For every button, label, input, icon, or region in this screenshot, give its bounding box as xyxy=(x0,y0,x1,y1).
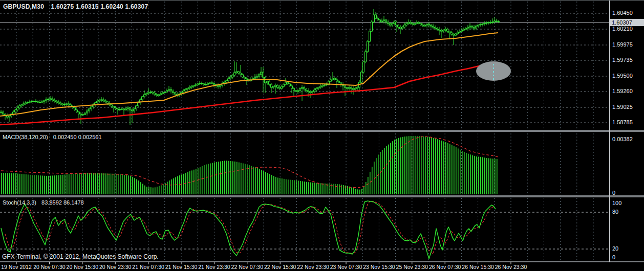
time-axis-label: 26 Nov 15:30 xyxy=(462,264,493,270)
price-axis-label: 1.59500 xyxy=(612,73,633,79)
stoch-name: Stoch(14,3,3) xyxy=(3,199,36,206)
time-axis-label: 21 Nov 15:30 xyxy=(165,264,197,270)
ma-slow-red-line xyxy=(0,62,498,125)
grid-horizontal xyxy=(0,13,609,123)
ohlc-quote-label: 1.60275 1.60315 1.60240 1.60307 xyxy=(51,3,148,10)
time-axis-label: 21 Nov 07:30 xyxy=(132,264,164,270)
time-axis-label: 22 Nov 23:30 xyxy=(297,264,329,270)
stoch-axis-label: 100 xyxy=(612,200,621,207)
time-axis-label: 19 Nov 2012 xyxy=(1,264,32,270)
time-axis-label: 20 Nov 23:30 xyxy=(99,264,131,270)
time-axis-label: 23 Nov 15:30 xyxy=(363,264,395,270)
time-axis-label: 22 Nov 15:30 xyxy=(264,264,296,270)
time-axis-label: 20 Nov 15:30 xyxy=(67,264,98,270)
time-axis-label: 23 Nov 07:30 xyxy=(330,264,362,270)
time-axis-label: 25 Nov 23:30 xyxy=(396,264,428,270)
stoch-axis-label: 80 xyxy=(612,209,618,215)
macd-name: MACD(38,120,20) xyxy=(3,134,48,140)
price-axis-label: 1.59735 xyxy=(612,57,633,63)
stoch-axis-label: 20 xyxy=(612,245,618,252)
terminal-credit-text: GFX-Terminal, © 2001-2012, MetaQuotes So… xyxy=(2,253,159,260)
price-axis-label: 1.59260 xyxy=(612,88,633,95)
macd-axis-label: 0.00382 xyxy=(612,136,633,143)
macd-axis-label: 0 xyxy=(612,190,615,196)
macd-histogram-layer xyxy=(1,136,498,194)
time-axis-label: 22 Nov 07:30 xyxy=(231,264,263,270)
chart-header: GBPUSD,M30 1.60275 1.60315 1.60240 1.603… xyxy=(3,3,148,10)
symbol-period-label: GBPUSD,M30 xyxy=(3,3,44,10)
trading-terminal-window: GBPUSD,M30 1.60275 1.60315 1.60240 1.603… xyxy=(0,0,644,271)
price-axis-label: 1.59975 xyxy=(612,41,633,48)
stoch-axis-label: 0 xyxy=(612,254,615,261)
panel-separators xyxy=(0,1,644,262)
time-axis-label: 26 Nov 23:30 xyxy=(495,264,527,270)
price-axis-label: 1.60210 xyxy=(612,26,633,32)
time-axis-label: 20 Nov 07:30 xyxy=(33,264,65,270)
price-axis-label: 1.60450 xyxy=(612,10,633,16)
time-axis-label: 26 Nov 07:30 xyxy=(429,264,461,270)
current-price-label: 1.60307 xyxy=(610,19,644,26)
stoch-main-line xyxy=(1,201,496,259)
stoch-indicator-label: Stoch(14,3,3) 83.8592 86.1478 xyxy=(3,199,84,206)
price-axis-label: 1.59025 xyxy=(612,104,633,110)
stoch-level-lines xyxy=(0,212,609,249)
stochastic-layer xyxy=(1,201,496,259)
macd-indicator-label: MACD(38,120,20) 0.002450 0.002561 xyxy=(3,134,102,140)
candles-layer xyxy=(1,9,500,125)
time-axis-label: 21 Nov 23:30 xyxy=(198,264,230,270)
macd-values: 0.002450 0.002561 xyxy=(53,134,102,140)
axis-border-line xyxy=(609,1,610,262)
price-axis-label: 1.58785 xyxy=(612,119,633,126)
stoch-values: 83.8592 86.1478 xyxy=(41,199,84,206)
annotations-layer xyxy=(476,61,511,81)
stoch-signal-line xyxy=(5,201,495,254)
